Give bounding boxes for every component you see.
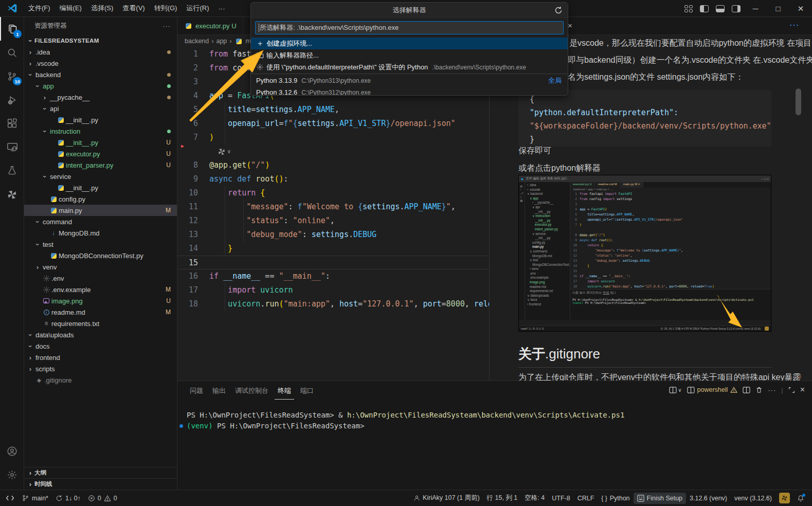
split-terminal-icon[interactable]	[743, 387, 750, 393]
quick-pick-item[interactable]: Python 3.13.9C:\Python313\python.exe全局	[251, 75, 568, 86]
panel-tab-端口[interactable]: 端口	[297, 385, 317, 400]
statusbar-problems[interactable]: 00	[84, 493, 121, 504]
activity-run-debug-icon[interactable]	[0, 88, 24, 112]
tree-item-.env[interactable]: ›.env	[24, 273, 177, 284]
statusbar-notifications[interactable]	[793, 493, 808, 504]
menu-item-文件F[interactable]: 文件(F)	[24, 2, 55, 15]
outline-section[interactable]: ›大纲	[24, 467, 177, 478]
quick-pick-item[interactable]: 使用 \"python.defaultInterpreterPath\" 设置中…	[251, 61, 568, 73]
tree-item-image.png[interactable]: ›image.pngU	[24, 295, 177, 306]
statusbar-python-env[interactable]: venv (3.12.6)	[731, 493, 775, 504]
panel-tab-输出[interactable]: 输出	[209, 385, 229, 400]
statusbar-blame-info[interactable]: KiriAky 107 (1 周前)	[410, 493, 483, 504]
tree-item-requirements.txt[interactable]: ›≡requirements.txt	[24, 318, 177, 329]
tree-item-__init__.py[interactable]: ›__init__.py	[24, 182, 177, 193]
tree-item-.gitignore[interactable]: ›◈.gitignore	[24, 374, 177, 386]
terminal-content[interactable]: PS H:\OwnProject\FilesReadSysteam> & h:\…	[182, 410, 802, 431]
tree-item-backend[interactable]: ›backend	[24, 69, 177, 80]
tree-item-__init__.py[interactable]: ›__init__.pyU	[24, 137, 177, 148]
scroll-down-icon[interactable]: ▼	[797, 374, 803, 381]
activity-extensions-icon[interactable]	[0, 112, 24, 135]
tree-item-frontend[interactable]: ›frontend	[24, 352, 177, 363]
tree-item-scripts[interactable]: ›scripts	[24, 363, 177, 374]
tree-item-.idea[interactable]: ›.idea	[24, 46, 177, 58]
workspace-root-row[interactable]: › FILESREADSYSTEAM	[24, 35, 177, 46]
tree-item-__pycache__[interactable]: ›__pycache__	[24, 92, 177, 103]
tree-item-MongoDBConnectionTest.py[interactable]: ›MongoDBConnectionTest.py	[24, 250, 177, 261]
timeline-section[interactable]: ›时间线	[24, 478, 177, 490]
statusbar-remote-indicator[interactable]	[2, 493, 18, 504]
menu-item-编辑E[interactable]: 编辑(E)	[55, 2, 86, 15]
activity-search-icon[interactable]	[0, 41, 24, 64]
tree-item-__init__.py[interactable]: ›__init__.py	[24, 114, 177, 125]
menu-item-查看V[interactable]: 查看(V)	[118, 2, 149, 15]
tab-close-icon[interactable]: ×	[568, 21, 572, 30]
activity-account-icon[interactable]	[0, 439, 24, 463]
statusbar-encoding[interactable]: UTF-8	[548, 493, 573, 504]
global-link[interactable]: 全局	[548, 76, 562, 85]
scroll-up-icon[interactable]: ▲	[797, 36, 803, 43]
statusbar-copilot-status[interactable]	[775, 493, 793, 504]
statusbar-cursor-position[interactable]: 行 15, 列 1	[483, 493, 521, 504]
tree-item-.vscode[interactable]: ›.vscode	[24, 58, 177, 69]
activity-testing-icon[interactable]	[0, 159, 24, 183]
refresh-icon[interactable]	[554, 6, 563, 14]
tree-item-readme.md[interactable]: ›ireadme.mdM	[24, 306, 177, 318]
panel-tab-调试控制台[interactable]: 调试控制台	[232, 385, 272, 400]
menu-item-运行R[interactable]: 运行(R)	[182, 2, 213, 15]
tree-item-intent_parser.py[interactable]: ›intent_parser.pyU	[24, 159, 177, 171]
statusbar-sync-changes[interactable]: 1↓ 0↑	[52, 493, 84, 504]
tree-item-.env.example[interactable]: ›.env.exampleM	[24, 284, 177, 295]
tree-item-instruction[interactable]: ›instruction	[24, 125, 177, 137]
preview-scrollbar[interactable]	[796, 88, 801, 115]
quick-pick-item[interactable]: 输入解释器路径...	[251, 49, 568, 61]
tree-item-executor.py[interactable]: ›executor.pyU	[24, 148, 177, 159]
copilot-inline-widget[interactable]: ∨	[177, 144, 489, 158]
statusbar-language-mode[interactable]: { }Python	[598, 493, 633, 504]
statusbar-indentation[interactable]: 空格: 4	[521, 493, 548, 504]
close-panel-icon[interactable]: ×	[800, 385, 805, 394]
maximize-panel-icon[interactable]	[788, 387, 795, 393]
explorer-more-icon[interactable]: ···	[163, 23, 171, 30]
terminal-launch-split-icon[interactable]: ∨	[669, 387, 681, 393]
tree-item-config.py[interactable]: ›config.py	[24, 193, 177, 205]
quick-pick-item[interactable]: ＋创建虚拟环境...	[251, 38, 568, 49]
tree-item-main.py[interactable]: ›main.pyM	[24, 205, 177, 216]
panel-tab-问题[interactable]: 问题	[187, 385, 206, 400]
minimize-button[interactable]: ─	[744, 0, 767, 17]
customize-layout-icon[interactable]	[684, 5, 693, 12]
menu-item-选择S[interactable]: 选择(S)	[86, 2, 118, 15]
activity-remote-explorer-icon[interactable]	[0, 135, 24, 159]
toggle-sidebar-icon[interactable]	[700, 5, 709, 12]
interpreter-input[interactable]: 所选解释器: .\backend\venv\Scripts\python.exe	[255, 21, 564, 34]
tab-executor-py[interactable]: executor.py U	[177, 17, 243, 34]
tree-item-service[interactable]: ›service	[24, 171, 177, 182]
activity-source-control-icon[interactable]: 10	[0, 64, 24, 88]
maximize-button[interactable]: □	[767, 0, 789, 17]
tree-item-test[interactable]: ›test	[24, 239, 177, 250]
activity-settings-icon[interactable]	[0, 463, 24, 486]
close-button[interactable]: ✕	[789, 0, 812, 17]
statusbar-python-version[interactable]: 3.12.6 (venv)	[686, 493, 731, 504]
terminal-instance-tab[interactable]: powershell	[687, 386, 738, 393]
tree-item-api[interactable]: ›api	[24, 103, 177, 114]
toggle-secondary-sidebar-icon[interactable]	[732, 5, 741, 12]
editor-actions-more-icon[interactable]: ···	[790, 21, 800, 29]
tree-item-command[interactable]: ›command	[24, 216, 177, 227]
panel-tab-终端[interactable]: 终端	[275, 385, 294, 400]
toggle-panel-icon[interactable]	[716, 5, 725, 12]
kill-terminal-icon[interactable]	[755, 386, 763, 393]
activity-explorer-icon[interactable]: 1	[0, 17, 24, 41]
quick-pick-item[interactable]: Python 3.12.6C:\Python312\python.exe	[251, 86, 568, 96]
tree-item-venv[interactable]: ›venv	[24, 261, 177, 273]
terminal-more-icon[interactable]: ···	[768, 386, 776, 394]
statusbar-finish-setup[interactable]: Finish Setup	[634, 493, 686, 504]
statusbar-git-branch[interactable]: main*	[18, 493, 52, 504]
menu-overflow[interactable]: ···	[213, 3, 229, 14]
tree-item-app[interactable]: ›app	[24, 80, 177, 92]
menu-item-转到G[interactable]: 转到(G)	[150, 2, 182, 15]
activity-pinwheel-extension-icon[interactable]	[0, 183, 24, 206]
tree-item-MongoDB.md[interactable]: ›↓MongoDB.md	[24, 227, 177, 239]
tree-item-docs[interactable]: ›docs	[24, 340, 177, 352]
statusbar-eol[interactable]: CRLF	[574, 493, 598, 504]
